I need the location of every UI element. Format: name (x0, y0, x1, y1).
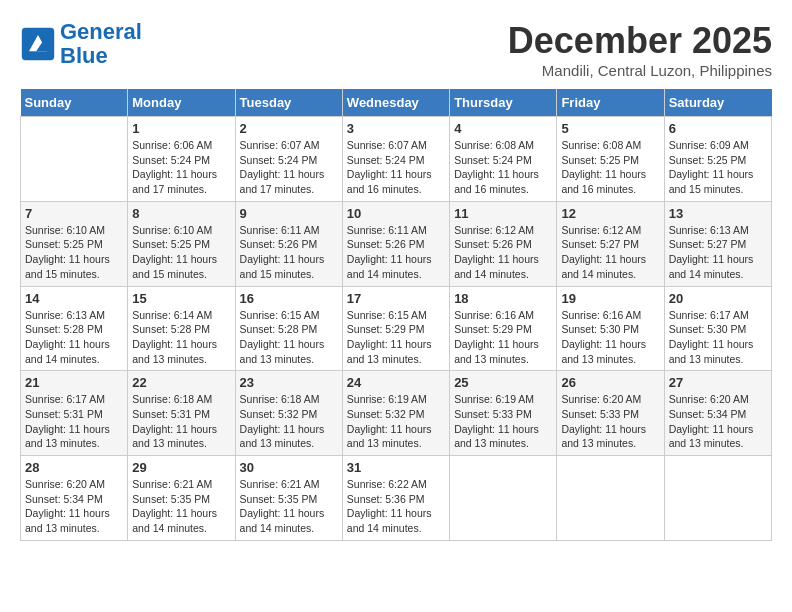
page-header: General Blue December 2025 Mandili, Cent… (20, 20, 772, 79)
calendar-cell (450, 456, 557, 541)
header-row: SundayMondayTuesdayWednesdayThursdayFrid… (21, 89, 772, 117)
logo-line1: General (60, 19, 142, 44)
day-number: 24 (347, 375, 445, 390)
calendar-cell: 7Sunrise: 6:10 AM Sunset: 5:25 PM Daylig… (21, 201, 128, 286)
day-number: 31 (347, 460, 445, 475)
day-number: 9 (240, 206, 338, 221)
calendar-cell: 15Sunrise: 6:14 AM Sunset: 5:28 PM Dayli… (128, 286, 235, 371)
calendar-cell: 23Sunrise: 6:18 AM Sunset: 5:32 PM Dayli… (235, 371, 342, 456)
calendar-cell: 11Sunrise: 6:12 AM Sunset: 5:26 PM Dayli… (450, 201, 557, 286)
day-number: 2 (240, 121, 338, 136)
calendar-week: 21Sunrise: 6:17 AM Sunset: 5:31 PM Dayli… (21, 371, 772, 456)
day-info: Sunrise: 6:18 AM Sunset: 5:32 PM Dayligh… (240, 392, 338, 451)
day-info: Sunrise: 6:13 AM Sunset: 5:27 PM Dayligh… (669, 223, 767, 282)
calendar-cell: 2Sunrise: 6:07 AM Sunset: 5:24 PM Daylig… (235, 117, 342, 202)
calendar-week: 1Sunrise: 6:06 AM Sunset: 5:24 PM Daylig… (21, 117, 772, 202)
day-info: Sunrise: 6:16 AM Sunset: 5:30 PM Dayligh… (561, 308, 659, 367)
day-info: Sunrise: 6:19 AM Sunset: 5:32 PM Dayligh… (347, 392, 445, 451)
day-info: Sunrise: 6:07 AM Sunset: 5:24 PM Dayligh… (240, 138, 338, 197)
calendar-cell: 4Sunrise: 6:08 AM Sunset: 5:24 PM Daylig… (450, 117, 557, 202)
header-day: Friday (557, 89, 664, 117)
calendar-cell: 16Sunrise: 6:15 AM Sunset: 5:28 PM Dayli… (235, 286, 342, 371)
day-info: Sunrise: 6:22 AM Sunset: 5:36 PM Dayligh… (347, 477, 445, 536)
day-info: Sunrise: 6:06 AM Sunset: 5:24 PM Dayligh… (132, 138, 230, 197)
logo: General Blue (20, 20, 142, 68)
calendar-cell: 18Sunrise: 6:16 AM Sunset: 5:29 PM Dayli… (450, 286, 557, 371)
calendar-cell: 1Sunrise: 6:06 AM Sunset: 5:24 PM Daylig… (128, 117, 235, 202)
day-info: Sunrise: 6:15 AM Sunset: 5:29 PM Dayligh… (347, 308, 445, 367)
day-info: Sunrise: 6:11 AM Sunset: 5:26 PM Dayligh… (347, 223, 445, 282)
day-info: Sunrise: 6:20 AM Sunset: 5:33 PM Dayligh… (561, 392, 659, 451)
calendar-cell: 22Sunrise: 6:18 AM Sunset: 5:31 PM Dayli… (128, 371, 235, 456)
day-number: 7 (25, 206, 123, 221)
day-number: 8 (132, 206, 230, 221)
calendar-cell: 8Sunrise: 6:10 AM Sunset: 5:25 PM Daylig… (128, 201, 235, 286)
day-info: Sunrise: 6:15 AM Sunset: 5:28 PM Dayligh… (240, 308, 338, 367)
day-number: 5 (561, 121, 659, 136)
calendar-cell: 21Sunrise: 6:17 AM Sunset: 5:31 PM Dayli… (21, 371, 128, 456)
day-number: 10 (347, 206, 445, 221)
day-info: Sunrise: 6:11 AM Sunset: 5:26 PM Dayligh… (240, 223, 338, 282)
calendar-cell: 19Sunrise: 6:16 AM Sunset: 5:30 PM Dayli… (557, 286, 664, 371)
logo-text: General Blue (60, 20, 142, 68)
header-day: Monday (128, 89, 235, 117)
day-number: 4 (454, 121, 552, 136)
calendar-cell: 24Sunrise: 6:19 AM Sunset: 5:32 PM Dayli… (342, 371, 449, 456)
calendar-week: 28Sunrise: 6:20 AM Sunset: 5:34 PM Dayli… (21, 456, 772, 541)
day-number: 22 (132, 375, 230, 390)
calendar-cell: 20Sunrise: 6:17 AM Sunset: 5:30 PM Dayli… (664, 286, 771, 371)
day-number: 28 (25, 460, 123, 475)
day-info: Sunrise: 6:09 AM Sunset: 5:25 PM Dayligh… (669, 138, 767, 197)
day-number: 1 (132, 121, 230, 136)
day-number: 19 (561, 291, 659, 306)
calendar-week: 7Sunrise: 6:10 AM Sunset: 5:25 PM Daylig… (21, 201, 772, 286)
calendar-week: 14Sunrise: 6:13 AM Sunset: 5:28 PM Dayli… (21, 286, 772, 371)
calendar-cell: 3Sunrise: 6:07 AM Sunset: 5:24 PM Daylig… (342, 117, 449, 202)
day-number: 3 (347, 121, 445, 136)
header-day: Saturday (664, 89, 771, 117)
calendar-cell (21, 117, 128, 202)
day-number: 27 (669, 375, 767, 390)
day-number: 18 (454, 291, 552, 306)
calendar-cell: 26Sunrise: 6:20 AM Sunset: 5:33 PM Dayli… (557, 371, 664, 456)
calendar-cell: 9Sunrise: 6:11 AM Sunset: 5:26 PM Daylig… (235, 201, 342, 286)
logo-icon (20, 26, 56, 62)
day-info: Sunrise: 6:21 AM Sunset: 5:35 PM Dayligh… (132, 477, 230, 536)
day-number: 20 (669, 291, 767, 306)
header-day: Sunday (21, 89, 128, 117)
calendar-cell: 12Sunrise: 6:12 AM Sunset: 5:27 PM Dayli… (557, 201, 664, 286)
day-info: Sunrise: 6:13 AM Sunset: 5:28 PM Dayligh… (25, 308, 123, 367)
day-number: 13 (669, 206, 767, 221)
calendar-cell (664, 456, 771, 541)
day-number: 30 (240, 460, 338, 475)
day-info: Sunrise: 6:14 AM Sunset: 5:28 PM Dayligh… (132, 308, 230, 367)
day-info: Sunrise: 6:12 AM Sunset: 5:26 PM Dayligh… (454, 223, 552, 282)
calendar-cell: 29Sunrise: 6:21 AM Sunset: 5:35 PM Dayli… (128, 456, 235, 541)
day-number: 23 (240, 375, 338, 390)
title-block: December 2025 Mandili, Central Luzon, Ph… (508, 20, 772, 79)
day-number: 17 (347, 291, 445, 306)
day-number: 11 (454, 206, 552, 221)
calendar-cell: 5Sunrise: 6:08 AM Sunset: 5:25 PM Daylig… (557, 117, 664, 202)
calendar-cell: 25Sunrise: 6:19 AM Sunset: 5:33 PM Dayli… (450, 371, 557, 456)
day-number: 6 (669, 121, 767, 136)
day-info: Sunrise: 6:08 AM Sunset: 5:24 PM Dayligh… (454, 138, 552, 197)
day-number: 14 (25, 291, 123, 306)
day-number: 29 (132, 460, 230, 475)
day-info: Sunrise: 6:19 AM Sunset: 5:33 PM Dayligh… (454, 392, 552, 451)
day-info: Sunrise: 6:12 AM Sunset: 5:27 PM Dayligh… (561, 223, 659, 282)
day-info: Sunrise: 6:17 AM Sunset: 5:30 PM Dayligh… (669, 308, 767, 367)
day-info: Sunrise: 6:20 AM Sunset: 5:34 PM Dayligh… (669, 392, 767, 451)
day-info: Sunrise: 6:08 AM Sunset: 5:25 PM Dayligh… (561, 138, 659, 197)
day-info: Sunrise: 6:16 AM Sunset: 5:29 PM Dayligh… (454, 308, 552, 367)
day-info: Sunrise: 6:10 AM Sunset: 5:25 PM Dayligh… (132, 223, 230, 282)
day-info: Sunrise: 6:07 AM Sunset: 5:24 PM Dayligh… (347, 138, 445, 197)
day-info: Sunrise: 6:10 AM Sunset: 5:25 PM Dayligh… (25, 223, 123, 282)
calendar-table: SundayMondayTuesdayWednesdayThursdayFrid… (20, 89, 772, 541)
month-title: December 2025 (508, 20, 772, 62)
calendar-cell: 31Sunrise: 6:22 AM Sunset: 5:36 PM Dayli… (342, 456, 449, 541)
calendar-cell: 10Sunrise: 6:11 AM Sunset: 5:26 PM Dayli… (342, 201, 449, 286)
calendar-cell: 17Sunrise: 6:15 AM Sunset: 5:29 PM Dayli… (342, 286, 449, 371)
header-day: Thursday (450, 89, 557, 117)
day-info: Sunrise: 6:17 AM Sunset: 5:31 PM Dayligh… (25, 392, 123, 451)
